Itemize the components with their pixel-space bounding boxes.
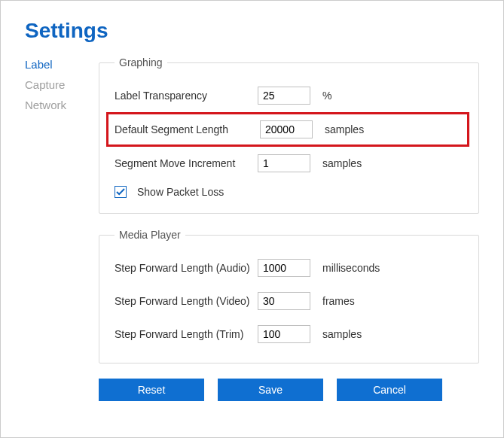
row-show-packet-loss: Show Packet Loss <box>115 186 463 198</box>
sidebar-item-capture[interactable]: Capture <box>25 78 85 91</box>
default-segment-length-input[interactable] <box>260 120 313 138</box>
group-media-player: Media Player Step Forward Length (Audio)… <box>99 229 479 363</box>
step-forward-audio-input[interactable] <box>258 259 310 277</box>
default-segment-length-unit: samples <box>325 123 364 135</box>
sidebar-item-network[interactable]: Network <box>25 99 85 111</box>
group-media-player-legend: Media Player <box>115 229 185 241</box>
row-default-segment-length: Default Segment Length samples <box>106 112 469 147</box>
step-forward-video-label: Step Forward Length (Video) <box>115 295 258 307</box>
show-packet-loss-checkbox[interactable] <box>115 186 127 198</box>
label-transparency-input[interactable] <box>258 87 310 105</box>
step-forward-video-unit: frames <box>322 295 355 307</box>
step-forward-trim-unit: samples <box>322 328 362 340</box>
button-row: Reset Save Cancel <box>99 379 479 401</box>
row-step-forward-trim: Step Forward Length (Trim) samples <box>115 318 463 351</box>
save-button[interactable]: Save <box>218 379 323 401</box>
sidebar: Label Capture Network <box>25 56 85 401</box>
show-packet-loss-label: Show Packet Loss <box>137 186 224 198</box>
step-forward-audio-unit: milliseconds <box>322 262 380 274</box>
segment-move-increment-label: Segment Move Increment <box>115 157 258 169</box>
group-graphing-legend: Graphing <box>115 56 167 68</box>
step-forward-trim-label: Step Forward Length (Trim) <box>115 328 258 340</box>
reset-button[interactable]: Reset <box>99 379 204 401</box>
step-forward-trim-input[interactable] <box>258 325 310 343</box>
cancel-button[interactable]: Cancel <box>337 379 442 401</box>
row-step-forward-video: Step Forward Length (Video) frames <box>115 284 463 318</box>
segment-move-increment-unit: samples <box>322 157 362 169</box>
page-title: Settings <box>25 19 479 43</box>
step-forward-audio-label: Step Forward Length (Audio) <box>115 262 258 274</box>
default-segment-length-label: Default Segment Length <box>115 123 260 135</box>
segment-move-increment-input[interactable] <box>258 154 310 172</box>
label-transparency-unit: % <box>322 90 331 102</box>
sidebar-item-label[interactable]: Label <box>25 58 85 71</box>
group-graphing: Graphing Label Transparency % Default Se… <box>99 56 479 214</box>
check-icon <box>116 187 125 196</box>
label-transparency-label: Label Transparency <box>115 90 258 102</box>
row-step-forward-audio: Step Forward Length (Audio) milliseconds <box>115 251 463 284</box>
row-segment-move-increment: Segment Move Increment samples <box>115 147 463 180</box>
step-forward-video-input[interactable] <box>258 292 310 310</box>
row-label-transparency: Label Transparency % <box>115 79 463 112</box>
